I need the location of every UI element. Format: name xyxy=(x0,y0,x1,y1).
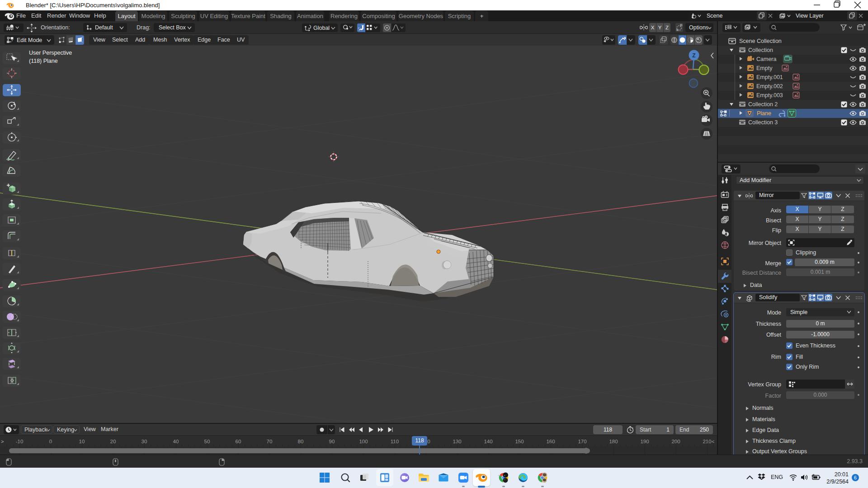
svg-text:Z: Z xyxy=(692,52,695,59)
